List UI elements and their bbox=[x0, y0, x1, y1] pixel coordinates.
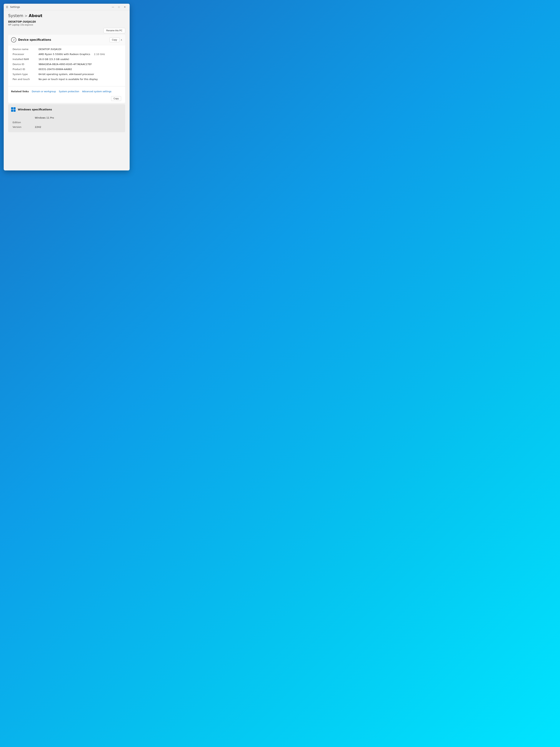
advanced-system-link[interactable]: Advanced system settings bbox=[82, 90, 111, 93]
spec-label-device-id: Device ID bbox=[12, 63, 38, 66]
table-row: Version 22H2 bbox=[12, 125, 121, 129]
domain-workgroup-link[interactable]: Domain or workgroup bbox=[32, 90, 56, 93]
divider bbox=[8, 86, 125, 86]
main-content: System > About DESKTOP-3UQA1DI HP Laptop… bbox=[4, 10, 130, 135]
rename-row: Rename this PC bbox=[8, 28, 125, 33]
spec-value-system-type: 64-bit operating system, x64-based proce… bbox=[38, 73, 121, 76]
breadcrumb: System > About bbox=[8, 14, 125, 18]
close-button[interactable]: ✕ bbox=[122, 4, 127, 10]
win-square-1 bbox=[11, 107, 13, 109]
window-controls: — □ ✕ bbox=[110, 4, 127, 10]
win-square-3 bbox=[11, 110, 13, 112]
spec-label-edition-key: Edition bbox=[12, 121, 35, 124]
spec-label-system-type: System type bbox=[12, 73, 38, 76]
copy-related-button[interactable]: Copy bbox=[111, 96, 121, 101]
spec-label-product-id: Product ID bbox=[12, 68, 38, 71]
table-row: System type 64-bit operating system, x64… bbox=[12, 72, 121, 77]
windows-logo-icon bbox=[11, 107, 16, 112]
chevron-up-icon[interactable]: ∧ bbox=[121, 38, 122, 41]
spec-value-device-name: DESKTOP-3UQA1DI bbox=[38, 48, 121, 51]
related-links-label: Related links bbox=[11, 90, 29, 93]
spec-value-device-id: 9B6A1B5A-0B2A-4993-8165-4F7AEAAC27EF bbox=[38, 63, 121, 66]
device-specs-title: Device specifications bbox=[18, 38, 109, 42]
table-row: Windows 11 Pro bbox=[12, 115, 121, 120]
spec-value-ram: 16.0 GB (15.3 GB usable) bbox=[38, 58, 121, 60]
breadcrumb-system: System bbox=[8, 14, 23, 18]
windows-specs-title: Windows specifications bbox=[18, 108, 52, 111]
spec-value-processor: AMD Ryzen 5 5500U with Radeon Graphics 2… bbox=[38, 53, 121, 56]
table-row: Installed RAM 16.0 GB (15.3 GB usable) bbox=[12, 57, 121, 62]
table-row: Processor AMD Ryzen 5 5500U with Radeon … bbox=[12, 52, 121, 57]
minimize-button[interactable]: — bbox=[110, 4, 115, 10]
spec-value-product-id: 00331-20470-00684-AA882 bbox=[38, 68, 121, 71]
system-protection-link[interactable]: System protection bbox=[59, 90, 79, 93]
spec-label-device-name: Device name bbox=[12, 48, 38, 51]
app-title: Settings bbox=[10, 5, 20, 8]
table-row: Pen and touch No pen or touch input is a… bbox=[12, 77, 121, 82]
titlebar: ☰ Settings — □ ✕ bbox=[4, 4, 130, 10]
pc-model: HP Laptop 15s-eq2xxx bbox=[8, 24, 125, 26]
spec-value-edition-name: Windows 11 Pro bbox=[35, 117, 54, 119]
table-row: Edition bbox=[12, 120, 121, 125]
spec-label-pen-touch: Pen and touch bbox=[12, 78, 38, 81]
windows-specs-section: Windows specifications Windows 11 Pro Ed… bbox=[8, 104, 125, 132]
maximize-button[interactable]: □ bbox=[116, 4, 122, 10]
copy-specs-button[interactable]: Copy bbox=[109, 37, 119, 42]
hamburger-icon[interactable]: ☰ bbox=[6, 5, 8, 8]
spec-table: Device name DESKTOP-3UQA1DI Processor AM… bbox=[8, 45, 125, 85]
spec-label-processor: Processor bbox=[12, 53, 38, 56]
breadcrumb-separator: > bbox=[24, 14, 28, 18]
info-icon: i bbox=[11, 37, 16, 43]
spec-value-version: 22H2 bbox=[35, 126, 41, 128]
device-specs-header: i Device specifications Copy ∧ bbox=[8, 35, 125, 45]
windows-specs-header: Windows specifications bbox=[8, 104, 125, 115]
windows-spec-table: Windows 11 Pro Edition Version 22H2 bbox=[8, 115, 125, 132]
spec-value-pen-touch: No pen or touch input is available for t… bbox=[38, 78, 121, 81]
processor-speed: 2.10 GHz bbox=[94, 53, 105, 56]
spec-label-version: Version bbox=[12, 126, 35, 128]
spec-label-ram: Installed RAM bbox=[12, 58, 38, 60]
rename-pc-button[interactable]: Rename this PC bbox=[104, 28, 125, 33]
table-row: Device name DESKTOP-3UQA1DI bbox=[12, 47, 121, 52]
related-links-row: Related links Domain or workgroup System… bbox=[8, 88, 125, 95]
device-specs-section: i Device specifications Copy ∧ Device na… bbox=[8, 35, 125, 103]
settings-window: ☰ Settings — □ ✕ System > About DESKTOP-… bbox=[4, 4, 130, 171]
breadcrumb-about: About bbox=[29, 14, 43, 18]
win-square-4 bbox=[14, 110, 16, 112]
pc-name: DESKTOP-3UQA1DI bbox=[8, 20, 125, 23]
copy-related-row: Copy bbox=[8, 95, 125, 103]
win-square-2 bbox=[14, 107, 16, 109]
table-row: Product ID 00331-20470-00684-AA882 bbox=[12, 67, 121, 72]
table-row: Device ID 9B6A1B5A-0B2A-4993-8165-4F7AEA… bbox=[12, 62, 121, 67]
